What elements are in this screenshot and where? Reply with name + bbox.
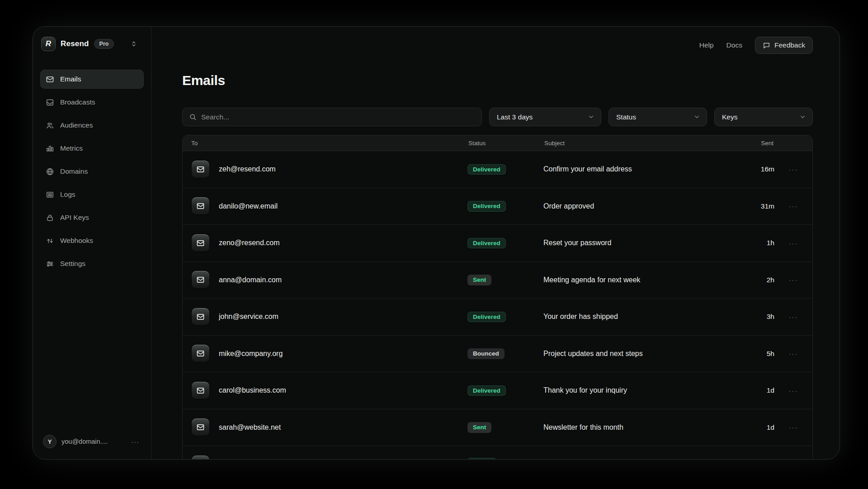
logs-icon: [46, 190, 54, 199]
date-range-value: Last 3 days: [497, 113, 533, 121]
globe-icon: [46, 167, 54, 176]
sent-time: 1d: [747, 386, 774, 394]
sent-time: 16m: [747, 165, 774, 173]
lock-icon: [46, 214, 54, 222]
user-options-icon[interactable]: ···: [131, 438, 141, 446]
table-row[interactable]: sarah@website.net Sent Newsletter for th…: [183, 409, 812, 446]
sidebar-item-audiences[interactable]: Audiences: [40, 116, 144, 135]
filter-bar: Last 3 days Status Keys: [182, 108, 813, 126]
recipient-email: sarah@website.net: [219, 423, 281, 432]
keys-filter-dropdown[interactable]: Keys: [714, 108, 813, 126]
feedback-button[interactable]: Feedback: [755, 37, 813, 54]
status-badge: Delivered: [467, 238, 506, 249]
row-options-icon[interactable]: ···: [774, 166, 812, 173]
row-options-icon[interactable]: ···: [774, 350, 812, 357]
sidebar-item-settings[interactable]: Settings: [40, 254, 144, 273]
topbar: Help Docs Feedback: [182, 37, 813, 54]
row-options-icon[interactable]: ···: [774, 313, 812, 321]
status-badge: Bounced: [467, 348, 505, 359]
email-subject: Reset your password: [543, 239, 747, 247]
email-subject: Newsletter for this month: [543, 423, 747, 432]
recipient-email: danilo@new.email: [219, 202, 278, 210]
app-window: R Resend Pro Emails Broadcasts Audiences…: [33, 26, 840, 460]
workspace-switcher[interactable]: R Resend Pro: [40, 37, 144, 51]
row-options-icon[interactable]: ···: [774, 276, 812, 284]
column-header-status: Status: [467, 140, 543, 147]
docs-link[interactable]: Docs: [726, 41, 742, 49]
sidebar-item-broadcasts[interactable]: Broadcasts: [40, 93, 144, 112]
users-icon: [46, 121, 54, 130]
plan-badge: Pro: [94, 39, 114, 49]
search-box[interactable]: [182, 108, 482, 126]
status-badge: Sent: [467, 275, 491, 285]
table-row[interactable]: anna@domain.com Sent Meeting agenda for …: [183, 262, 812, 299]
row-options-icon[interactable]: ···: [774, 202, 812, 210]
status-badge: Delivered: [467, 312, 506, 323]
brand-name: Resend: [61, 39, 89, 48]
row-options-icon[interactable]: ···: [774, 239, 812, 247]
row-options-icon[interactable]: ···: [774, 387, 812, 394]
email-subject: Order approved: [543, 202, 747, 210]
date-range-dropdown[interactable]: Last 3 days: [489, 108, 601, 126]
email-subject: Meeting agenda for next week: [543, 276, 747, 284]
sidebar-item-webhooks[interactable]: Webhooks: [40, 231, 144, 250]
sidebar-nav: Emails Broadcasts Audiences Metrics Doma…: [40, 70, 144, 273]
column-header-subject: Subject: [543, 140, 747, 147]
arrows-up-down-icon: [46, 237, 54, 245]
sidebar-item-logs[interactable]: Logs: [40, 185, 144, 204]
table-row[interactable]: zeh@resend.com Delivered Confirm your em…: [183, 151, 812, 188]
table-row[interactable]: mike@company.org Bounced Project updates…: [183, 336, 812, 373]
sidebar-item-api-keys[interactable]: API Keys: [40, 208, 144, 227]
user-menu[interactable]: Y you@domain.... ···: [40, 432, 144, 451]
sent-time: 2h: [747, 276, 774, 284]
sent-time: 1d: [747, 423, 774, 432]
envelope-icon: [191, 381, 210, 400]
recipient-email: john@service.com: [219, 313, 278, 321]
status-badge: [467, 458, 496, 459]
email-subject: Project updates and next steps: [543, 350, 747, 358]
bar-chart-icon: [46, 144, 54, 153]
desktop-background: R Resend Pro Emails Broadcasts Audiences…: [0, 0, 868, 489]
search-icon: [189, 113, 197, 121]
main-content: Help Docs Feedback Emails Last 3 days: [151, 27, 840, 459]
sidebar-item-emails[interactable]: Emails: [40, 70, 144, 89]
status-badge: Delivered: [467, 164, 506, 175]
row-options-icon[interactable]: ···: [774, 423, 812, 431]
resend-logo-icon: R: [41, 37, 56, 51]
table-row[interactable]: [183, 446, 812, 459]
table-row[interactable]: danilo@new.email Delivered Order approve…: [183, 188, 812, 225]
recipient-email: zeh@resend.com: [219, 165, 276, 173]
table-row[interactable]: john@service.com Delivered Your order ha…: [183, 299, 812, 336]
status-filter-dropdown[interactable]: Status: [609, 108, 707, 126]
recipient-email: carol@business.com: [219, 386, 286, 394]
chevrons-up-down-icon[interactable]: [130, 40, 137, 47]
envelope-icon: [191, 344, 210, 363]
sidebar: R Resend Pro Emails Broadcasts Audiences…: [33, 27, 151, 459]
envelope-icon: [46, 75, 54, 84]
status-badge: Delivered: [467, 201, 506, 212]
email-subject: Confirm your email address: [543, 165, 747, 173]
user-email: you@domain....: [61, 438, 108, 445]
feedback-label: Feedback: [774, 41, 805, 49]
user-avatar: Y: [43, 435, 57, 448]
help-link[interactable]: Help: [699, 41, 714, 49]
page-title: Emails: [182, 73, 813, 88]
sent-time: 31m: [747, 202, 774, 210]
sidebar-item-metrics[interactable]: Metrics: [40, 139, 144, 158]
sidebar-item-domains[interactable]: Domains: [40, 162, 144, 181]
envelope-icon: [191, 197, 210, 215]
feedback-bubble-icon: [763, 42, 770, 49]
emails-table: To Status Subject Sent zeh@resend.com De…: [182, 135, 813, 459]
sliders-icon: [46, 260, 54, 268]
status-badge: Sent: [467, 422, 491, 433]
envelope-icon: [191, 160, 210, 179]
column-header-to: To: [183, 140, 467, 147]
table-row[interactable]: carol@business.com Delivered Thank you f…: [183, 372, 812, 409]
recipient-email: zeno@resend.com: [219, 239, 280, 247]
chevron-down-icon: [588, 114, 594, 120]
column-header-sent: Sent: [747, 140, 774, 147]
status-badge: Delivered: [467, 385, 506, 396]
envelope-icon: [191, 418, 210, 437]
table-row[interactable]: zeno@resend.com Delivered Reset your pas…: [183, 225, 812, 262]
search-input[interactable]: [201, 113, 475, 121]
